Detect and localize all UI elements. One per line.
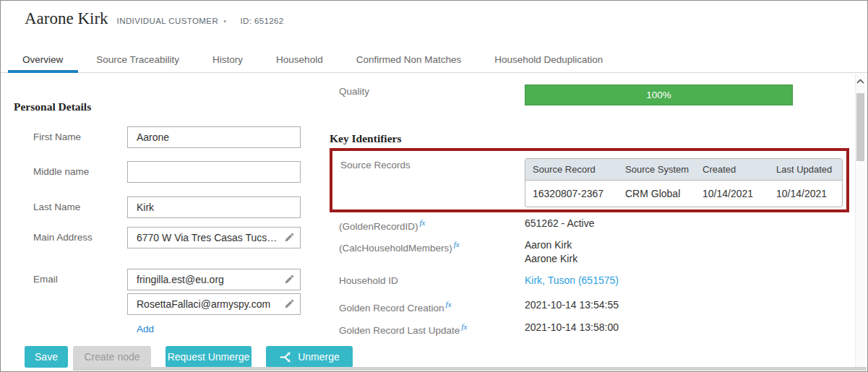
col-header-source-record: Source Record xyxy=(525,164,618,175)
unmerge-button-label: Unmerge xyxy=(298,351,340,363)
calc-household-member-2: Aarone Kirk xyxy=(525,253,577,264)
tab-source-traceability[interactable]: Source Traceability xyxy=(96,54,179,65)
table-row: 16320807-2367 CRM Global 10/14/2021 10/1… xyxy=(525,181,842,207)
request-unmerge-button[interactable]: Request Unmerge xyxy=(166,346,252,368)
customer-id: ID: 651262 xyxy=(240,17,283,25)
pencil-icon xyxy=(284,233,294,243)
last-name-label: Last Name xyxy=(33,202,80,212)
create-node-button[interactable]: Create node xyxy=(73,346,151,368)
tab-household[interactable]: Household xyxy=(276,54,323,65)
golden-record-id-label-text: (GoldenRecordID) xyxy=(339,221,418,232)
edit-email-button-2[interactable] xyxy=(278,294,300,314)
email-label: Email xyxy=(33,274,58,285)
unmerge-button[interactable]: Unmerge xyxy=(266,346,353,368)
save-button[interactable]: Save xyxy=(25,346,68,368)
col-header-created: Created xyxy=(695,164,769,175)
col-header-last-updated: Last Updated xyxy=(769,164,842,175)
tab-overview[interactable]: Overview xyxy=(22,54,63,65)
key-identifiers-heading: Key Identifiers xyxy=(330,132,401,145)
fx-formula-icon: fx xyxy=(454,240,460,248)
cell-last-updated: 10/14/2021 xyxy=(769,188,842,199)
edit-address-button[interactable] xyxy=(278,228,300,248)
golden-record-id-label: (GoldenRecordID)fx xyxy=(339,218,426,232)
quality-progress-bar: 100% xyxy=(525,85,793,105)
quality-label: Quality xyxy=(339,86,369,97)
tab-bar: Overview Source Traceability History Hou… xyxy=(1,46,867,73)
last-name-field-wrap xyxy=(127,196,301,218)
cell-source-system: CRM Global xyxy=(618,188,695,199)
meta-bullet: • xyxy=(223,17,226,25)
source-records-table: Source Record Source System Created Last… xyxy=(525,158,843,207)
tab-confirmed-non-matches[interactable]: Confirmed Non Matches xyxy=(356,54,462,65)
fx-formula-icon: fx xyxy=(461,322,467,331)
main-address-label: Main Address xyxy=(33,232,93,243)
col-header-source-system: Source System xyxy=(618,164,695,175)
email-field-wrap-1 xyxy=(127,269,301,290)
calc-household-members-label-text: (CalcHouseholdMembers) xyxy=(339,243,452,254)
fx-formula-icon: fx xyxy=(420,218,426,227)
unmerge-split-icon xyxy=(279,351,292,363)
cell-source-record: 16320807-2367 xyxy=(525,188,618,199)
vertical-scrollbar-thumb[interactable] xyxy=(856,93,864,161)
household-id-label: Household ID xyxy=(339,275,398,286)
edit-email-button-1[interactable] xyxy=(278,269,300,290)
add-email-link[interactable]: Add xyxy=(137,324,154,334)
last-name-input[interactable] xyxy=(128,202,300,213)
main-address-field-wrap xyxy=(127,227,301,248)
customer-detail-window: Aarone Kirk INDIVIDUAL CUSTOMER • ID: 65… xyxy=(0,0,868,372)
middle-name-input[interactable] xyxy=(128,166,300,178)
golden-record-creation-label: Golden Record Creationfx xyxy=(339,300,452,313)
horizontal-scrollbar[interactable] xyxy=(73,367,867,371)
calc-household-members-label: (CalcHouseholdMembers)fx xyxy=(339,240,460,254)
tab-history[interactable]: History xyxy=(212,54,243,65)
main-address-input[interactable] xyxy=(128,232,278,243)
golden-record-last-update-value: 2021-10-14 13:58:00 xyxy=(525,321,619,333)
chevron-up-icon xyxy=(856,79,864,84)
personal-details-heading: Personal Details xyxy=(14,100,91,113)
first-name-input[interactable] xyxy=(128,131,300,143)
scroll-up-button[interactable] xyxy=(856,77,864,85)
source-records-header-row: Source Record Source System Created Last… xyxy=(525,159,842,181)
source-records-label: Source Records xyxy=(340,160,411,170)
pencil-icon xyxy=(284,299,294,309)
golden-record-last-update-label: Golden Record Last Updatefx xyxy=(339,322,467,336)
first-name-field-wrap xyxy=(127,126,301,148)
tab-household-deduplication[interactable]: Household Deduplication xyxy=(494,54,603,65)
email-input-2[interactable] xyxy=(128,298,278,310)
golden-record-creation-value: 2021-10-14 13:54:55 xyxy=(525,299,619,311)
first-name-label: First Name xyxy=(33,131,81,142)
golden-record-last-update-label-text: Golden Record Last Update xyxy=(339,325,460,336)
cell-created: 10/14/2021 xyxy=(695,188,769,199)
fx-formula-icon: fx xyxy=(446,300,452,308)
calc-household-member-1: Aaron Kirk xyxy=(525,239,572,251)
email-field-wrap-2 xyxy=(127,293,301,315)
middle-name-field-wrap xyxy=(127,161,301,183)
middle-name-label: Middle name xyxy=(33,166,89,177)
page-header: Aarone Kirk INDIVIDUAL CUSTOMER • ID: 65… xyxy=(25,9,284,28)
household-id-link[interactable]: Kirk, Tuson (651575) xyxy=(525,274,619,286)
pencil-icon xyxy=(284,274,294,285)
customer-name: Aarone Kirk xyxy=(25,9,108,28)
email-input-1[interactable] xyxy=(128,274,278,285)
golden-record-id-value: 651262 - Active xyxy=(525,217,595,229)
golden-record-creation-label-text: Golden Record Creation xyxy=(339,303,444,313)
quality-percent: 100% xyxy=(646,90,671,100)
customer-type-label: INDIVIDUAL CUSTOMER xyxy=(117,17,219,25)
